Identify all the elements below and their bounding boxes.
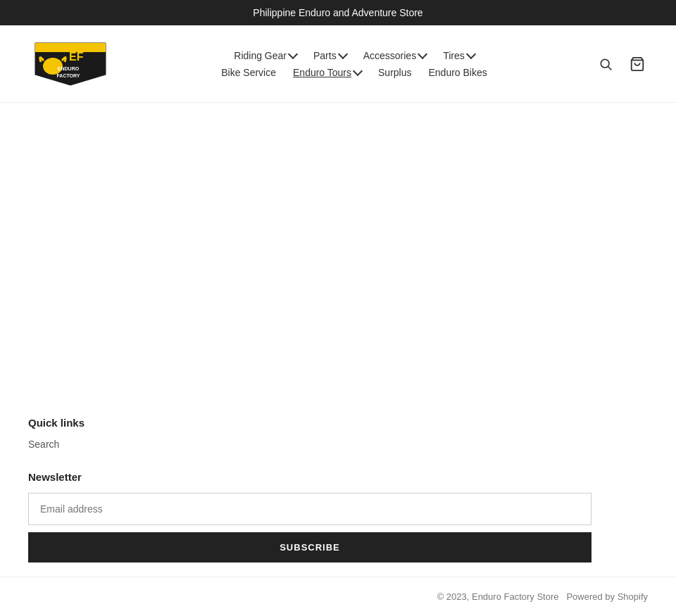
newsletter-title: Newsletter [28, 471, 648, 483]
copyright-text: © 2023, Enduro Factory Store [437, 591, 559, 602]
header-right [596, 54, 648, 75]
nav-enduro-bikes[interactable]: Enduro Bikes [429, 67, 487, 78]
logo-area[interactable]: EF ENDURO FACTORY [28, 39, 113, 89]
nav-accessories[interactable]: Accessories [363, 50, 426, 61]
footer-search-link[interactable]: Search [28, 439, 648, 450]
nav-top-row: Riding Gear Parts Accessories Tires [234, 50, 474, 61]
search-icon [599, 57, 613, 71]
logo-svg: EF ENDURO FACTORY [28, 39, 113, 89]
nav-parts[interactable]: Parts [313, 50, 346, 61]
main-nav: Riding Gear Parts Accessories Tires Bike… [221, 50, 487, 78]
nav-surplus[interactable]: Surplus [378, 67, 411, 78]
svg-text:ENDURO: ENDURO [58, 66, 80, 71]
nav-enduro-tours[interactable]: Enduro Tours [293, 67, 361, 78]
nav-riding-gear[interactable]: Riding Gear [234, 50, 296, 61]
nav-bike-service[interactable]: Bike Service [221, 67, 276, 78]
cart-button[interactable] [627, 54, 648, 75]
enduro-tours-chevron-icon [353, 65, 363, 75]
nav-bottom-row: Bike Service Enduro Tours Surplus Enduro… [221, 67, 487, 78]
footer-bottom: © 2023, Enduro Factory Store Powered by … [0, 577, 676, 616]
search-button[interactable] [596, 54, 615, 74]
svg-text:FACTORY: FACTORY [56, 73, 80, 78]
svg-point-6 [601, 59, 609, 68]
riding-gear-chevron-icon [288, 49, 298, 58]
newsletter-section: Newsletter SUBSCRIBE [28, 471, 648, 562]
email-input[interactable] [28, 493, 592, 525]
parts-chevron-icon [338, 49, 348, 58]
quick-links-title: Quick links [28, 417, 648, 429]
powered-by-link[interactable]: Powered by Shopify [566, 591, 648, 602]
svg-text:EF: EF [69, 51, 84, 63]
cart-icon [630, 56, 645, 72]
header: EF ENDURO FACTORY Riding Gear Parts Acce… [0, 25, 676, 103]
subscribe-button[interactable]: SUBSCRIBE [28, 532, 592, 562]
footer-quick-links: Quick links Search [28, 417, 648, 450]
tires-chevron-icon [466, 49, 476, 58]
announcement-text: Philippine Enduro and Adventure Store [253, 7, 423, 18]
newsletter-form: SUBSCRIBE [28, 493, 592, 562]
announcement-bar: Philippine Enduro and Adventure Store [0, 0, 676, 25]
accessories-chevron-icon [418, 49, 427, 58]
svg-line-7 [608, 66, 612, 70]
main-content [0, 103, 676, 389]
nav-tires[interactable]: Tires [443, 50, 475, 61]
footer: Quick links Search Newsletter SUBSCRIBE [0, 389, 676, 577]
